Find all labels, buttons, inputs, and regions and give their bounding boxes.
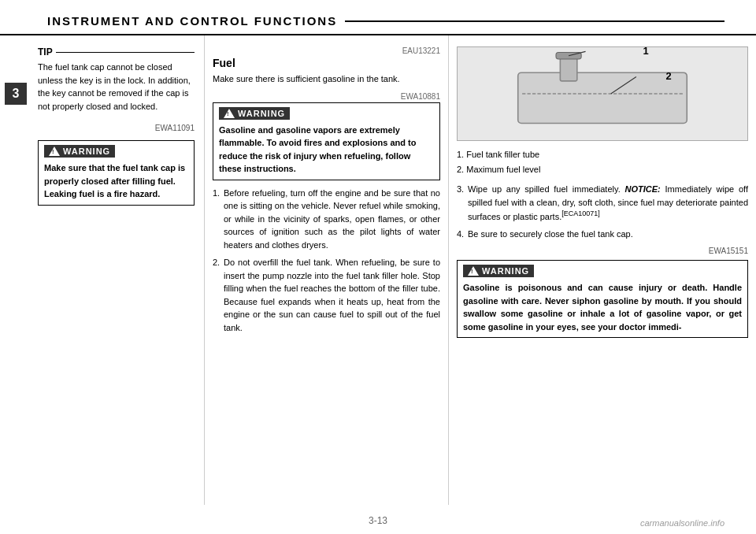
- page-number: 3-13: [369, 515, 387, 526]
- right-step4-text: Be sure to securely close the fuel tank …: [468, 229, 633, 239]
- fuel-intro: Make sure there is sufficient gasoline i…: [213, 72, 440, 86]
- tip-divider: [56, 52, 195, 53]
- chapter-number: 3: [5, 83, 27, 105]
- center-warning-text: Gasoline and gasoline vapors are extreme…: [219, 124, 434, 176]
- step2-num: 2.: [213, 256, 220, 269]
- right-step4-num: 4.: [457, 228, 464, 241]
- diagram-label-2: 2. Maximum fuel level: [457, 162, 748, 177]
- step2-text: Do not overfill the fuel tank. When refu…: [224, 258, 440, 332]
- tip-label: TIP: [38, 46, 53, 57]
- left-warning-text: Make sure that the fuel tank cap is prop…: [44, 161, 188, 201]
- left-warning-label: WARNING: [63, 146, 110, 156]
- center-warning-box: WARNING Gasoline and gasoline vapors are…: [213, 102, 440, 180]
- right-warning-text: Gasoline is poisonous and can cause inju…: [463, 281, 742, 333]
- right-step-3: 3. Wipe up any spilled fuel immediately.…: [457, 183, 748, 223]
- diagram-labels: 1. Fuel tank filler tube 2. Maximum fuel…: [457, 147, 748, 176]
- center-warning-header: WARNING: [219, 107, 290, 120]
- center-steps-list: 1. Before refueling, turn off the engine…: [213, 187, 440, 335]
- center-step-2: 2. Do not overfill the fuel tank. When r…: [213, 256, 440, 334]
- fuel-title: Fuel: [213, 57, 440, 69]
- right-warning-label: WARNING: [482, 266, 529, 276]
- right-step3-code: [ECA10071]: [561, 210, 600, 217]
- right-steps-list: 3. Wipe up any spilled fuel immediately.…: [457, 183, 748, 240]
- right-step-4: 4. Be sure to securely close the fuel ta…: [457, 228, 748, 241]
- ewa-code-center: EWA10881: [213, 92, 440, 101]
- warning-triangle-icon: [49, 146, 60, 156]
- step1-num: 1.: [213, 187, 220, 200]
- right-step3-text: Wipe up any spilled fuel immediately.: [468, 184, 625, 194]
- eau-code: EAU13221: [213, 46, 440, 55]
- fuel-diagram: 1 2: [457, 46, 748, 141]
- ewa-code-right: EWA15151: [457, 247, 748, 255]
- step1-text: Before refueling, turn off the engine an…: [224, 188, 440, 250]
- main-layout: 3 TIP The fuel tank cap cannot be closed…: [0, 35, 756, 505]
- watermark: carmanualsonline.info: [640, 518, 724, 528]
- notice-label: NOTICE:: [625, 184, 661, 194]
- page-container: INSTRUMENT AND CONTROL FUNCTIONS 3 TIP T…: [0, 0, 756, 534]
- center-warning-triangle-icon: [224, 109, 235, 118]
- center-step-1: 1. Before refueling, turn off the engine…: [213, 187, 440, 252]
- svg-text:2: 2: [665, 70, 671, 82]
- tip-header: TIP: [38, 46, 195, 57]
- page-title: INSTRUMENT AND CONTROL FUNCTIONS: [47, 14, 337, 28]
- tip-section: TIP The fuel tank cap cannot be closed u…: [38, 46, 195, 113]
- svg-rect-0: [518, 72, 687, 123]
- svg-text:1: 1: [643, 47, 648, 57]
- page-header: INSTRUMENT AND CONTROL FUNCTIONS: [0, 0, 756, 35]
- fuel-diagram-svg: 1 2: [458, 47, 747, 140]
- right-column: 1 2 1. Fuel tank filler tube 2. Maximum …: [449, 35, 756, 505]
- left-warning-header: WARNING: [44, 145, 115, 158]
- header-line: [345, 20, 724, 22]
- ewa-code-left: EWA11091: [38, 124, 195, 132]
- center-column: EAU13221 Fuel Make sure there is suffici…: [205, 35, 449, 505]
- right-step3-num: 3.: [457, 183, 464, 196]
- diagram-label-1: 1. Fuel tank filler tube: [457, 147, 748, 162]
- center-warning-label: WARNING: [238, 109, 285, 118]
- right-warning-box: WARNING Gasoline is poisonous and can ca…: [457, 260, 748, 338]
- sidebar-chapter: 3: [0, 35, 32, 505]
- tip-text: The fuel tank cap cannot be closed unles…: [38, 61, 195, 113]
- right-warning-header: WARNING: [463, 265, 534, 277]
- right-warning-triangle-icon: [468, 266, 479, 276]
- left-column: TIP The fuel tank cap cannot be closed u…: [32, 35, 205, 505]
- left-warning-box: WARNING Make sure that the fuel tank cap…: [38, 140, 195, 206]
